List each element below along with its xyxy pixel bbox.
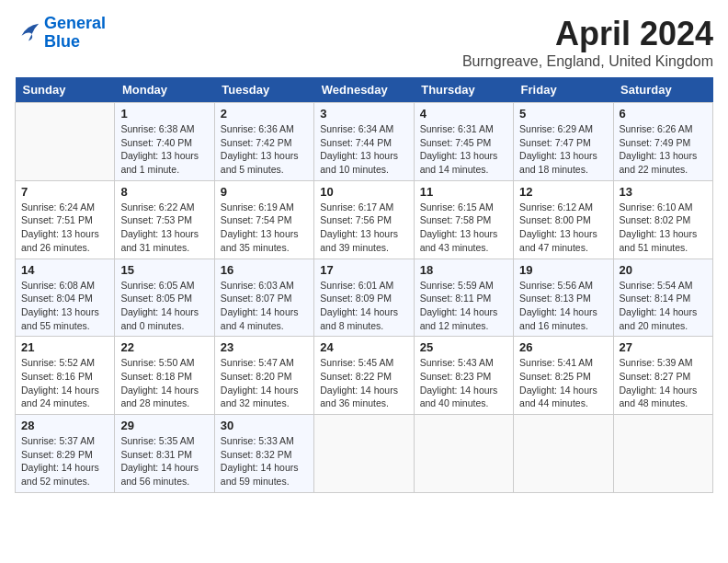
day-cell-28: 28Sunrise: 5:37 AM Sunset: 8:29 PM Dayli… bbox=[16, 415, 115, 493]
day-cell-23: 23Sunrise: 5:47 AM Sunset: 8:20 PM Dayli… bbox=[214, 337, 313, 415]
day-cell-30: 30Sunrise: 5:33 AM Sunset: 8:32 PM Dayli… bbox=[214, 415, 313, 493]
day-cell-22: 22Sunrise: 5:50 AM Sunset: 8:18 PM Dayli… bbox=[115, 337, 214, 415]
day-info: Sunrise: 6:19 AM Sunset: 7:54 PM Dayligh… bbox=[221, 201, 308, 255]
day-cell-11: 11Sunrise: 6:15 AM Sunset: 7:58 PM Dayli… bbox=[414, 180, 513, 259]
day-cell-15: 15Sunrise: 6:05 AM Sunset: 8:05 PM Dayli… bbox=[115, 259, 214, 337]
title-area: April 2024 Burngreave, England, United K… bbox=[462, 15, 713, 70]
day-number: 21 bbox=[21, 340, 108, 354]
day-info: Sunrise: 5:50 AM Sunset: 8:18 PM Dayligh… bbox=[120, 356, 208, 410]
day-number: 24 bbox=[320, 340, 407, 354]
day-number: 6 bbox=[620, 107, 707, 121]
day-info: Sunrise: 5:47 AM Sunset: 8:20 PM Dayligh… bbox=[221, 356, 308, 410]
day-number: 11 bbox=[420, 185, 507, 199]
day-info: Sunrise: 5:43 AM Sunset: 8:23 PM Dayligh… bbox=[420, 356, 507, 410]
calendar-week-5: 28Sunrise: 5:37 AM Sunset: 8:29 PM Dayli… bbox=[16, 415, 713, 493]
day-number: 17 bbox=[320, 263, 407, 277]
calendar-table: SundayMondayTuesdayWednesdayThursdayFrid… bbox=[15, 77, 713, 493]
day-cell-20: 20Sunrise: 5:54 AM Sunset: 8:14 PM Dayli… bbox=[613, 259, 712, 337]
page-header: GeneralBlue April 2024 Burngreave, Engla… bbox=[15, 15, 713, 70]
empty-cell bbox=[16, 103, 115, 181]
calendar-week-1: 1Sunrise: 6:38 AM Sunset: 7:40 PM Daylig… bbox=[16, 103, 713, 181]
empty-cell bbox=[613, 415, 712, 493]
empty-cell bbox=[414, 415, 513, 493]
day-number: 27 bbox=[620, 340, 707, 354]
day-number: 8 bbox=[120, 185, 208, 199]
day-info: Sunrise: 6:08 AM Sunset: 8:04 PM Dayligh… bbox=[21, 279, 108, 333]
day-cell-5: 5Sunrise: 6:29 AM Sunset: 7:47 PM Daylig… bbox=[514, 103, 613, 181]
day-info: Sunrise: 5:35 AM Sunset: 8:31 PM Dayligh… bbox=[120, 434, 208, 488]
logo-text: GeneralBlue bbox=[44, 15, 106, 52]
day-info: Sunrise: 6:05 AM Sunset: 8:05 PM Dayligh… bbox=[120, 279, 208, 333]
calendar-week-4: 21Sunrise: 5:52 AM Sunset: 8:16 PM Dayli… bbox=[16, 337, 713, 415]
day-cell-2: 2Sunrise: 6:36 AM Sunset: 7:42 PM Daylig… bbox=[214, 103, 313, 181]
day-cell-25: 25Sunrise: 5:43 AM Sunset: 8:23 PM Dayli… bbox=[414, 337, 513, 415]
empty-cell bbox=[314, 415, 414, 493]
day-number: 9 bbox=[221, 185, 308, 199]
day-number: 14 bbox=[21, 263, 108, 277]
day-info: Sunrise: 6:10 AM Sunset: 8:02 PM Dayligh… bbox=[620, 201, 707, 255]
month-title: April 2024 bbox=[462, 15, 713, 53]
day-number: 2 bbox=[221, 107, 308, 121]
day-info: Sunrise: 6:29 AM Sunset: 7:47 PM Dayligh… bbox=[519, 122, 607, 177]
day-cell-14: 14Sunrise: 6:08 AM Sunset: 8:04 PM Dayli… bbox=[16, 259, 115, 337]
day-cell-12: 12Sunrise: 6:12 AM Sunset: 8:00 PM Dayli… bbox=[514, 180, 613, 259]
day-headers-row: SundayMondayTuesdayWednesdayThursdayFrid… bbox=[16, 77, 713, 103]
day-info: Sunrise: 5:56 AM Sunset: 8:13 PM Dayligh… bbox=[519, 279, 607, 333]
day-number: 22 bbox=[120, 340, 208, 354]
day-header-monday: Monday bbox=[115, 77, 214, 103]
day-cell-1: 1Sunrise: 6:38 AM Sunset: 7:40 PM Daylig… bbox=[115, 103, 214, 181]
day-info: Sunrise: 5:39 AM Sunset: 8:27 PM Dayligh… bbox=[620, 356, 707, 410]
day-number: 19 bbox=[519, 263, 607, 277]
calendar-week-3: 14Sunrise: 6:08 AM Sunset: 8:04 PM Dayli… bbox=[16, 259, 713, 337]
day-info: Sunrise: 6:15 AM Sunset: 7:58 PM Dayligh… bbox=[420, 201, 507, 255]
day-header-saturday: Saturday bbox=[613, 77, 712, 103]
day-info: Sunrise: 6:31 AM Sunset: 7:45 PM Dayligh… bbox=[420, 122, 507, 177]
day-cell-24: 24Sunrise: 5:45 AM Sunset: 8:22 PM Dayli… bbox=[314, 337, 414, 415]
location-subtitle: Burngreave, England, United Kingdom bbox=[462, 53, 713, 70]
day-number: 15 bbox=[120, 263, 208, 277]
day-cell-18: 18Sunrise: 5:59 AM Sunset: 8:11 PM Dayli… bbox=[414, 259, 513, 337]
day-number: 25 bbox=[420, 340, 507, 354]
day-info: Sunrise: 6:24 AM Sunset: 7:51 PM Dayligh… bbox=[21, 201, 108, 255]
day-number: 5 bbox=[519, 107, 607, 121]
day-info: Sunrise: 5:37 AM Sunset: 8:29 PM Dayligh… bbox=[21, 434, 108, 488]
day-number: 10 bbox=[320, 185, 407, 199]
day-number: 1 bbox=[120, 107, 208, 121]
day-info: Sunrise: 5:59 AM Sunset: 8:11 PM Dayligh… bbox=[420, 279, 507, 333]
day-number: 20 bbox=[620, 263, 707, 277]
day-cell-4: 4Sunrise: 6:31 AM Sunset: 7:45 PM Daylig… bbox=[414, 103, 513, 181]
day-info: Sunrise: 5:54 AM Sunset: 8:14 PM Dayligh… bbox=[620, 279, 707, 333]
logo-icon bbox=[15, 20, 40, 46]
day-number: 29 bbox=[120, 419, 208, 432]
day-cell-17: 17Sunrise: 6:01 AM Sunset: 8:09 PM Dayli… bbox=[314, 259, 414, 337]
day-info: Sunrise: 6:36 AM Sunset: 7:42 PM Dayligh… bbox=[221, 122, 308, 177]
day-cell-7: 7Sunrise: 6:24 AM Sunset: 7:51 PM Daylig… bbox=[16, 180, 115, 259]
day-cell-10: 10Sunrise: 6:17 AM Sunset: 7:56 PM Dayli… bbox=[314, 180, 414, 259]
day-cell-29: 29Sunrise: 5:35 AM Sunset: 8:31 PM Dayli… bbox=[115, 415, 214, 493]
day-number: 13 bbox=[620, 185, 707, 199]
day-info: Sunrise: 6:38 AM Sunset: 7:40 PM Dayligh… bbox=[120, 122, 208, 177]
day-number: 30 bbox=[221, 419, 308, 432]
day-number: 23 bbox=[221, 340, 308, 354]
day-number: 28 bbox=[21, 419, 108, 432]
day-header-friday: Friday bbox=[514, 77, 613, 103]
day-info: Sunrise: 6:22 AM Sunset: 7:53 PM Dayligh… bbox=[120, 201, 208, 255]
day-info: Sunrise: 5:45 AM Sunset: 8:22 PM Dayligh… bbox=[320, 356, 407, 410]
day-header-wednesday: Wednesday bbox=[314, 77, 414, 103]
day-info: Sunrise: 6:12 AM Sunset: 8:00 PM Dayligh… bbox=[519, 201, 607, 255]
day-cell-16: 16Sunrise: 6:03 AM Sunset: 8:07 PM Dayli… bbox=[214, 259, 313, 337]
day-info: Sunrise: 6:17 AM Sunset: 7:56 PM Dayligh… bbox=[320, 201, 407, 255]
day-number: 4 bbox=[420, 107, 507, 121]
day-info: Sunrise: 6:03 AM Sunset: 8:07 PM Dayligh… bbox=[221, 279, 308, 333]
day-number: 7 bbox=[21, 185, 108, 199]
calendar-week-2: 7Sunrise: 6:24 AM Sunset: 7:51 PM Daylig… bbox=[16, 180, 713, 259]
day-cell-21: 21Sunrise: 5:52 AM Sunset: 8:16 PM Dayli… bbox=[16, 337, 115, 415]
day-cell-19: 19Sunrise: 5:56 AM Sunset: 8:13 PM Dayli… bbox=[514, 259, 613, 337]
day-info: Sunrise: 6:26 AM Sunset: 7:49 PM Dayligh… bbox=[620, 122, 707, 177]
day-number: 3 bbox=[320, 107, 407, 121]
day-cell-27: 27Sunrise: 5:39 AM Sunset: 8:27 PM Dayli… bbox=[613, 337, 712, 415]
day-header-sunday: Sunday bbox=[16, 77, 115, 103]
day-header-thursday: Thursday bbox=[414, 77, 513, 103]
day-cell-8: 8Sunrise: 6:22 AM Sunset: 7:53 PM Daylig… bbox=[115, 180, 214, 259]
day-cell-3: 3Sunrise: 6:34 AM Sunset: 7:44 PM Daylig… bbox=[314, 103, 414, 181]
